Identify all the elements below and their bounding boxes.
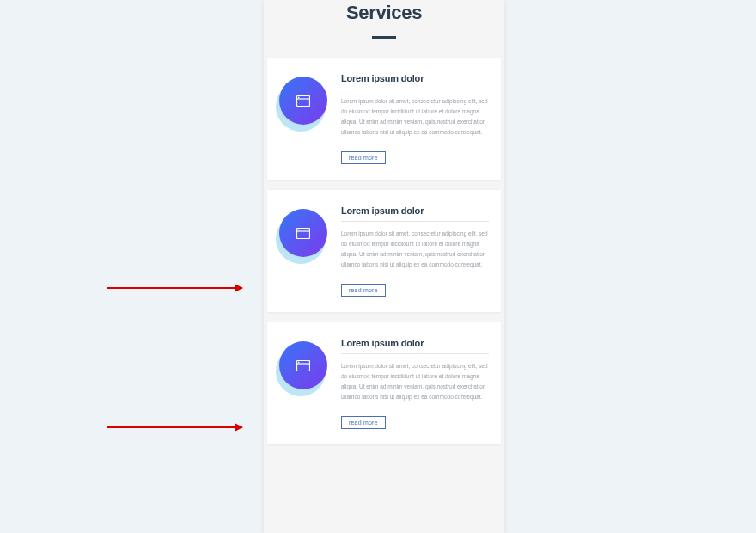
read-more-button[interactable]: read more: [341, 416, 386, 429]
card-description: Lorem ipsum dolor sit amet, consectetur …: [341, 96, 489, 138]
card-title: Lorem ipsum dolor: [341, 338, 489, 353]
card-body: Lorem ipsum dolor Lorem ipsum dolor sit …: [331, 73, 489, 164]
card-description: Lorem ipsum dolor sit amet, consectetur …: [341, 361, 489, 402]
card-body: Lorem ipsum dolor Lorem ipsum dolor sit …: [331, 205, 489, 297]
read-more-button[interactable]: read more: [341, 284, 386, 297]
card-divider: [341, 353, 489, 354]
card-divider: [341, 89, 489, 89]
page-title: Services: [264, 0, 504, 24]
annotation-arrow-icon: [107, 426, 242, 428]
title-underline: [372, 36, 396, 39]
card-title: Lorem ipsum dolor: [341, 73, 489, 89]
svg-rect-8: [298, 361, 299, 362]
service-card: Lorem ipsum dolor Lorem ipsum dolor sit …: [267, 322, 501, 444]
service-icon-wrap: [276, 209, 331, 264]
card-description: Lorem ipsum dolor sit amet, consectetur …: [341, 229, 489, 270]
read-more-button[interactable]: read more: [341, 151, 386, 164]
card-divider: [341, 221, 489, 222]
window-icon: [279, 209, 327, 257]
service-icon-wrap: [276, 77, 331, 132]
svg-rect-2: [298, 96, 299, 97]
card-body: Lorem ipsum dolor Lorem ipsum dolor sit …: [331, 338, 489, 429]
service-card: Lorem ipsum dolor Lorem ipsum dolor sit …: [267, 190, 501, 312]
preview-frame: Services Lorem ipsum dolor Lorem ipsum d…: [264, 0, 504, 533]
window-icon: [279, 77, 327, 125]
card-title: Lorem ipsum dolor: [341, 205, 489, 221]
service-icon-wrap: [276, 341, 331, 396]
annotation-arrow-icon: [107, 287, 242, 289]
svg-rect-5: [298, 229, 299, 230]
window-icon: [279, 341, 327, 389]
service-card: Lorem ipsum dolor Lorem ipsum dolor sit …: [267, 58, 501, 180]
